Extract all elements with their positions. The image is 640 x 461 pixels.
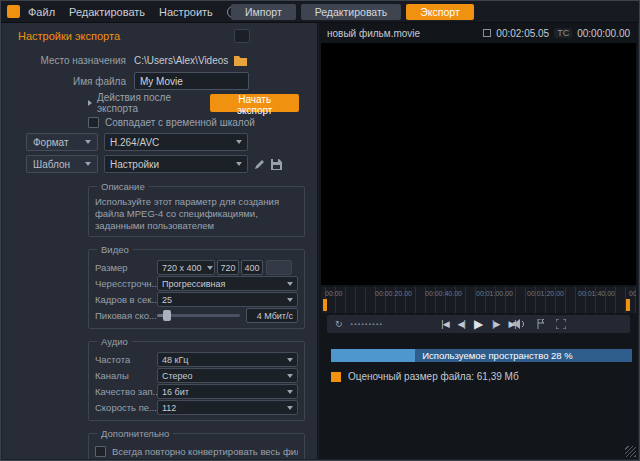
mode-export-button[interactable]: Экспорт — [406, 4, 473, 20]
save-template-icon[interactable] — [271, 159, 282, 170]
reconvert-label: Всегда повторно конвертировать весь филь… — [112, 446, 298, 457]
current-timecode: 00:00:00.00 — [577, 28, 630, 39]
destination-label: Место назначения — [14, 55, 126, 66]
range-start-marker[interactable] — [323, 299, 327, 311]
ruler-tick: 00:02:00.00 — [629, 290, 636, 297]
loop-icon[interactable]: ↻ — [335, 319, 343, 329]
audio-bitrate-row: Скорость пе... 112 — [95, 400, 298, 415]
quality-dropdown[interactable]: 16 бит — [157, 384, 298, 399]
chevron-down-icon — [287, 374, 293, 378]
volume-icon[interactable] — [513, 315, 527, 333]
disk-space-label: Используемое пространство 28 % — [415, 350, 572, 361]
scan-row: Чересстрочн... Прогрессивная — [95, 276, 298, 291]
ruler-tick: 00:01:20.00 — [527, 290, 564, 297]
transport-right-controls — [513, 315, 566, 333]
channels-label: Каналы — [95, 370, 157, 381]
template-selector[interactable]: Шаблон — [26, 155, 98, 173]
resize-grip[interactable] — [625, 446, 636, 457]
template-value-dropdown[interactable]: Настройки — [104, 155, 248, 173]
audio-bitrate-label: Скорость пе... — [95, 402, 157, 413]
match-timeline-label: Совпадает с временной шкалой — [105, 117, 255, 128]
scan-dropdown[interactable]: Прогрессивная — [157, 276, 298, 291]
panel-title: Настройки экспорта — [18, 30, 120, 42]
advanced-group: Дополнительно Всегда повторно конвертиро… — [88, 433, 305, 459]
bitrate-slider-handle[interactable] — [163, 310, 171, 321]
audio-group: Аудио Частота 48 кГц Каналы Стерео Качес… — [88, 341, 305, 421]
menubar: Файл Редактировать Настроить ? ↶ ↷ Импор… — [1, 1, 639, 23]
scan-label: Чересстрочн... — [95, 278, 157, 289]
mode-edit-button[interactable]: Редактировать — [301, 4, 402, 20]
transport-controls: |◀ ◀| ▶ |▶ ▶| — [441, 317, 515, 331]
fps-dropdown[interactable]: 25 — [157, 292, 298, 307]
size-width-input[interactable] — [217, 260, 239, 275]
size-label: Размер — [95, 262, 157, 273]
freq-row: Частота 48 кГц — [95, 352, 298, 367]
format-selector[interactable]: Формат — [26, 133, 98, 151]
step-back-button[interactable]: ◀| — [458, 319, 465, 329]
match-timeline-row: Совпадает с временной шкалой — [14, 115, 305, 130]
chevron-down-icon — [207, 266, 213, 270]
menu-file[interactable]: Файл — [28, 6, 55, 18]
video-group-title: Видео — [97, 244, 133, 255]
freq-dropdown[interactable]: 48 кГц — [157, 352, 298, 367]
panel-menu-button[interactable] — [234, 29, 250, 43]
mode-import-button[interactable]: Импорт — [231, 4, 296, 20]
channels-dropdown[interactable]: Стерео — [157, 368, 298, 383]
video-preview-screen[interactable] — [321, 43, 636, 285]
match-timeline-checkbox[interactable] — [88, 117, 99, 128]
chevron-down-icon — [287, 298, 293, 302]
ruler-tick: 00:00 — [325, 290, 343, 297]
app-logo-icon — [7, 5, 20, 18]
export-settings-panel: Настройки экспорта Место назначения C:\U… — [2, 23, 318, 459]
start-export-button[interactable]: Начать экспорт — [210, 94, 299, 112]
play-button[interactable]: ▶ — [474, 317, 483, 331]
advanced-group-title: Дополнительно — [97, 428, 173, 439]
template-row: Шаблон Настройки — [26, 154, 305, 174]
reconvert-row: Всегда повторно конвертировать весь филь… — [95, 444, 298, 459]
bitrate-slider[interactable] — [157, 314, 240, 317]
bitrate-value[interactable]: 4 Мбит/с — [246, 308, 298, 323]
ruler-tick: 00:01:40.00 — [578, 290, 615, 297]
range-end-marker[interactable] — [626, 299, 630, 311]
browse-folder-icon[interactable] — [234, 55, 247, 66]
playback-speed-dots[interactable]: ▪▪▪▪▪▪▪▪▪ — [351, 321, 384, 327]
chevron-down-icon — [236, 162, 242, 166]
transport-bar: ↻ ▪▪▪▪▪▪▪▪▪ |◀ ◀| ▶ |▶ ▶| — [327, 315, 630, 333]
menu-edit[interactable]: Редактировать — [69, 6, 145, 18]
size-height-input[interactable] — [241, 260, 263, 275]
chevron-down-icon — [287, 282, 293, 286]
marker-flag-icon[interactable] — [537, 315, 546, 333]
ruler-tick: 00:00:20.00 — [375, 290, 412, 297]
after-export-row: Действия после экспорта Начать экспорт — [14, 93, 305, 113]
ruler-tick: 00:00:40.00 — [425, 290, 462, 297]
panel-header: Настройки экспорта — [2, 23, 317, 49]
audio-bitrate-dropdown[interactable]: 112 — [157, 400, 298, 415]
size-dropdown[interactable]: 720 x 400 — [157, 260, 215, 275]
fps-label: Кадров в сек... — [95, 294, 157, 305]
chevron-down-icon — [287, 358, 293, 362]
fullscreen-icon[interactable] — [556, 315, 566, 333]
file-size-row: Оценочный размер файла: 61,39 Мб — [331, 371, 519, 382]
step-forward-button[interactable]: |▶ — [492, 319, 499, 329]
menu-settings[interactable]: Настроить — [159, 6, 213, 18]
file-size-swatch — [331, 372, 341, 382]
after-export-label[interactable]: Действия после экспорта — [97, 92, 210, 114]
disclosure-arrow-icon[interactable] — [88, 100, 92, 106]
video-group: Видео Размер 720 x 400 Чересстрочн... Пр… — [88, 249, 305, 329]
freq-label: Частота — [95, 354, 157, 365]
chevron-down-icon — [85, 162, 91, 166]
size-apply-button[interactable] — [266, 260, 292, 275]
timecodes: 00:02:05.05 TC 00:00:00.00 — [483, 28, 630, 39]
chevron-down-icon — [287, 406, 293, 410]
format-value-dropdown[interactable]: H.264/AVC — [104, 133, 248, 151]
skip-start-button[interactable]: |◀ — [441, 319, 448, 329]
edit-template-icon[interactable] — [254, 159, 265, 170]
selection-duration-icon — [483, 29, 491, 37]
format-row: Формат H.264/AVC — [26, 132, 305, 152]
filename-label: Имя файла — [14, 76, 126, 87]
description-group: Описание Используйте этот параметр для с… — [88, 186, 305, 237]
timeline-ruler[interactable]: 00:00 00:00:20.00 00:00:40.00 00:01:00.0… — [321, 287, 636, 313]
filename-input[interactable] — [134, 72, 249, 90]
reconvert-checkbox[interactable] — [95, 446, 106, 457]
destination-value: C:\Users\Alex\Videos — [134, 55, 228, 66]
